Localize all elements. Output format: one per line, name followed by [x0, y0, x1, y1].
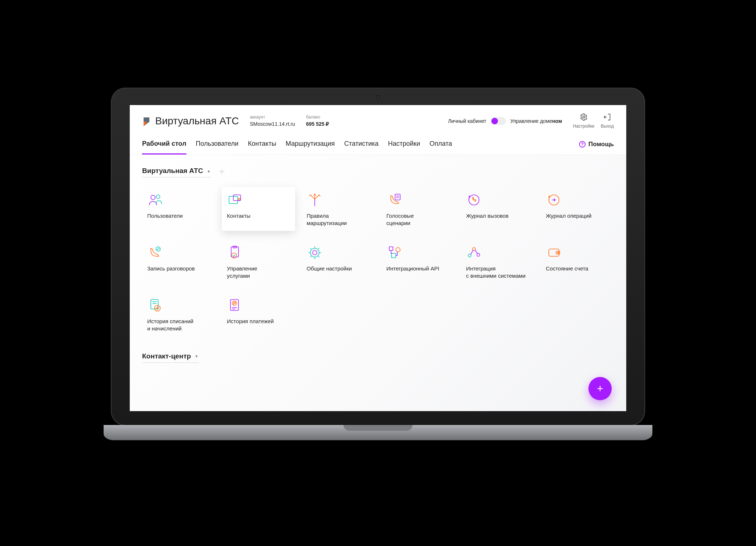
tile-label: Журнал вызовов [466, 213, 508, 219]
tile-contacts[interactable]: Контакты [222, 187, 295, 231]
tile-label: История платежей [227, 318, 274, 324]
logout-label: Выход [601, 124, 614, 129]
tile-label: История списаний [147, 318, 193, 324]
tile-label2: сценарии [386, 220, 450, 227]
svg-rect-17 [389, 247, 393, 250]
svg-point-15 [313, 250, 317, 255]
tile-label: Общие настройки [307, 265, 352, 272]
tile-service-mgmt[interactable]: Управлениеуслугами [222, 240, 295, 284]
app-logo[interactable]: Виртуальная АТС [142, 115, 239, 127]
svg-point-0 [583, 116, 585, 118]
tile-payment-history[interactable]: История платежей [222, 292, 295, 336]
settings-gear-icon [307, 245, 323, 261]
caret-down-icon: ▼ [194, 354, 198, 358]
svg-point-25 [557, 252, 558, 253]
laptop-hinge-notch [343, 425, 413, 431]
operations-log-icon [546, 192, 562, 208]
svg-point-35 [232, 301, 237, 305]
users-icon [147, 192, 163, 208]
contacts-icon [227, 192, 243, 208]
service-mgmt-icon [227, 245, 243, 261]
external-integration-icon [466, 245, 482, 261]
tile-grid: Пользователи Контакты Правиламаршрутизац… [142, 187, 614, 336]
recording-icon [147, 245, 163, 261]
laptop-base [104, 425, 652, 440]
svg-point-16 [310, 248, 319, 257]
tile-account-balance[interactable]: Состояние счета [541, 240, 614, 284]
app-screen: Виртуальная АТС аккаунт SMoscow11.14.rt.… [130, 105, 626, 411]
account-label: аккаунт [250, 114, 295, 120]
tile-label: Правила [307, 213, 329, 219]
tab-settings[interactable]: Настройки [388, 140, 420, 154]
tile-label2: маршрутизации [307, 220, 370, 227]
svg-rect-6 [395, 194, 400, 200]
app-title: Виртуальная АТС [155, 115, 239, 127]
tile-label: Запись разговоров [147, 265, 195, 272]
tile-call-log[interactable]: Журнал вызовов [461, 187, 534, 231]
balance-label: баланс [306, 114, 329, 120]
tile-label: Управление [227, 265, 257, 272]
tile-integration-api[interactable]: Интеграционный API [381, 240, 454, 284]
settings-label: Настройки [573, 124, 594, 129]
charges-history-icon [147, 297, 163, 313]
tile-label2: услугами [227, 272, 290, 280]
tab-routing[interactable]: Маршрутизация [286, 140, 335, 154]
account-block: аккаунт SMoscow11.14.rt.ru [250, 114, 295, 128]
section-vpbx-toggle[interactable]: Виртуальная АТС ▲ [142, 167, 211, 177]
help-link[interactable]: ? Помощь [579, 141, 614, 154]
routing-icon [307, 192, 323, 208]
tile-routing-rules[interactable]: Правиламаршрутизации [302, 187, 375, 231]
fab-add-button[interactable]: + [588, 377, 612, 400]
tile-users[interactable]: Пользователи [142, 187, 215, 231]
section-vpbx-title: Виртуальная АТС [142, 167, 203, 175]
tile-label: Интеграционный API [386, 265, 439, 272]
tile-operations-log[interactable]: Журнал операций [541, 187, 614, 231]
wallet-icon [546, 245, 562, 261]
tile-label2: и начислений [147, 325, 211, 332]
main-content: Виртуальная АТС ▲ + Пользователи [130, 155, 626, 411]
logout-button[interactable]: Выход [601, 113, 614, 129]
mode-switch: Личный кабинет Управление доменом [448, 117, 562, 125]
tile-label: Голосовые [386, 213, 414, 219]
tab-payment[interactable]: Оплата [430, 140, 452, 154]
tab-stats[interactable]: Статистика [344, 140, 379, 154]
mode-toggle[interactable] [491, 117, 506, 125]
tile-voice-scenarios[interactable]: Голосовыесценарии [381, 187, 454, 231]
api-icon [386, 245, 402, 261]
logo-mark-icon [142, 115, 152, 127]
plus-icon: + [597, 382, 603, 395]
svg-point-5 [238, 198, 240, 200]
svg-rect-18 [391, 253, 396, 258]
tile-call-recording[interactable]: Запись разговоров [142, 240, 215, 284]
tab-contacts[interactable]: Контакты [248, 140, 276, 154]
laptop-mockup: Виртуальная АТС аккаунт SMoscow11.14.rt.… [104, 88, 652, 458]
tile-label: Пользователи [147, 213, 183, 219]
tab-bar: Рабочий стол Пользователи Контакты Маршр… [130, 134, 626, 155]
svg-point-19 [396, 248, 400, 252]
svg-point-1 [151, 195, 155, 200]
laptop-bezel: Виртуальная АТС аккаунт SMoscow11.14.rt.… [111, 88, 645, 426]
settings-button[interactable]: Настройки [573, 113, 594, 129]
tile-label2: с внешними системами [466, 272, 530, 280]
tile-label: Журнал операций [546, 213, 592, 219]
tab-users[interactable]: Пользователи [196, 140, 238, 154]
tile-general-settings[interactable]: Общие настройки [302, 240, 375, 284]
balance-block: баланс 695 525 ₽ [306, 114, 329, 128]
mode-personal-label: Личный кабинет [448, 118, 486, 124]
tile-external-integration[interactable]: Интеграцияс внешними системами [461, 240, 534, 284]
call-log-icon [466, 192, 482, 208]
camera-dot [376, 95, 380, 99]
help-icon: ? [579, 141, 586, 148]
tile-label: Контакты [227, 213, 250, 219]
balance-value: 695 525 ₽ [306, 120, 329, 128]
payment-history-icon [227, 297, 243, 313]
gear-icon [580, 113, 588, 122]
header-bar: Виртуальная АТС аккаунт SMoscow11.14.rt.… [130, 105, 626, 134]
add-section-button[interactable]: + [219, 166, 225, 177]
section-contact-center-toggle[interactable]: Контакт-центр ▼ [142, 352, 198, 363]
tab-dashboard[interactable]: Рабочий стол [142, 140, 186, 154]
section-contact-center-title: Контакт-центр [142, 352, 191, 360]
tile-label: Состояние счета [546, 265, 588, 272]
voice-scenario-icon [386, 192, 402, 208]
tile-charges-history[interactable]: История списанийи начислений [142, 292, 215, 336]
